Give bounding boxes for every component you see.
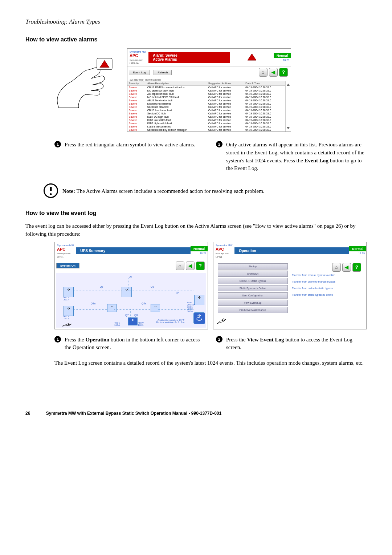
- callout-number-2: 2: [216, 336, 222, 343]
- table-row: SevereABUS Terminator faultCall APC for …: [127, 99, 285, 102]
- table-row: SevereIGBT high switch faultCall APC for…: [127, 122, 285, 125]
- table-row: SevereDischarging batteriesCall APC for …: [127, 102, 285, 105]
- active-alarms-screenshot: Symmetra MW APC www.apc.com UPS-1A Alarm…: [127, 48, 291, 132]
- switch-icon[interactable]: ⏻: [194, 295, 204, 305]
- svg-marker-2: [248, 54, 256, 60]
- home-icon[interactable]: ⌂: [332, 263, 341, 272]
- apc-logo: Symmetra MW APC www.apc.com UPS1: [213, 242, 234, 260]
- op-button[interactable]: User Configuration: [218, 292, 288, 299]
- op-button[interactable]: Predictive Maintenance: [218, 307, 288, 313]
- apc-logo: Symmetra MW APC www.apc.com UPS1: [55, 242, 76, 260]
- switch-icon[interactable]: ⏻: [64, 287, 74, 297]
- table-row: SevereLoad is disconnectedCall APC for s…: [127, 125, 285, 128]
- eventlog-intro: The event log can be accessed either by …: [25, 222, 367, 238]
- alarm-triangle-icon[interactable]: [246, 53, 257, 61]
- apc-logo: Symmetra MW APC www.apc.com UPS-1A: [127, 49, 148, 66]
- op-button[interactable]: Online -> Static Bypass: [218, 278, 288, 284]
- battery-icon: ▮: [128, 317, 138, 325]
- back-icon[interactable]: ◀: [186, 262, 195, 270]
- table-row: SevereAC capacitor bank faultCall APC fo…: [127, 92, 285, 96]
- home-icon[interactable]: ⌂: [259, 68, 268, 77]
- operation-screenshot: Symmetra MW APC www.apc.com UPS1 Operati…: [213, 242, 367, 329]
- pointer-arrow: [61, 323, 72, 327]
- callout-number-1: 1: [54, 336, 61, 343]
- refresh-button[interactable]: Refresh: [154, 70, 172, 75]
- switch-icon[interactable]: ⏻: [122, 287, 132, 297]
- table-row: SevereSection DC highCall APC for servic…: [127, 112, 285, 115]
- table-row: SevereSection is disabledCall APC for se…: [127, 105, 285, 109]
- event-log-button[interactable]: Event Log: [129, 70, 150, 75]
- op-button[interactable]: Static Bypass -> Online: [218, 285, 288, 291]
- section-heading-2: How to view the event log: [25, 210, 367, 216]
- page-footer: 26 Symmetra MW with External Bypass Stat…: [25, 411, 367, 416]
- page-header: Troubleshooting: Alarm Types: [25, 18, 367, 25]
- table-row: SevereMC Isolated SELV PSU faultCall APC…: [127, 96, 285, 99]
- alarm-title-band: Alarm: Severe Active Alarms: [148, 52, 230, 63]
- step3-text: Press the Operation button in the bottom…: [65, 336, 205, 352]
- table-row: SevereIGBT low switch faultCall APC for …: [127, 118, 285, 122]
- scroll-down-icon[interactable]: [287, 127, 290, 129]
- ups-summary-screenshot: Symmetra MW APC www.apc.com UPS1 UPS Sum…: [54, 242, 208, 329]
- ups-diagram: Q3 Q5 Q6 Q4 Q1a Q2a Q7 Q8 ⏻ ⏻ ⏻ ⏻ 〰 〰 ▮ …: [56, 273, 206, 328]
- op-label: [290, 307, 364, 309]
- op-button[interactable]: View Event Log: [218, 300, 288, 306]
- op-button[interactable]: Startup: [218, 263, 288, 270]
- back-icon[interactable]: ◀: [342, 263, 351, 272]
- system-status: System On: [56, 263, 79, 268]
- back-icon[interactable]: ◀: [269, 68, 278, 77]
- table-row: SevereSection locked by section managerC…: [127, 128, 285, 131]
- section-heading-1: How to view active alarms: [25, 36, 367, 43]
- download-count: 32 alarm(s) downloaded: [127, 78, 291, 81]
- callout-number-1: 1: [54, 141, 61, 147]
- callout-number-2: 2: [216, 141, 222, 147]
- op-label: Transfer from online to manual bypass: [290, 279, 364, 284]
- table-row: SevereCBUS terminator faultCall APC for …: [127, 109, 285, 112]
- closing-text: The Event Log screen contains a detailed…: [54, 359, 367, 367]
- help-icon[interactable]: ?: [196, 262, 205, 270]
- home-icon[interactable]: ⌂: [176, 262, 184, 270]
- help-icon[interactable]: ?: [279, 68, 288, 77]
- hand-pressing-illustration: [44, 48, 120, 110]
- step2-text: Only active alarms will appear in this l…: [226, 141, 367, 173]
- scroll-up-icon[interactable]: [287, 84, 290, 86]
- op-label: [290, 303, 364, 305]
- note-text: Note: The Active Alarms screen includes …: [62, 187, 265, 195]
- op-label: [290, 299, 364, 301]
- table-row: SevereDC capacitor bank faultCall APC fo…: [127, 89, 285, 92]
- table-row: SevereIGBT DC high faultCall APC for ser…: [127, 115, 285, 118]
- step4-text: Press the View Event Log button to acces…: [226, 336, 367, 352]
- operation-title: Operation: [234, 247, 349, 254]
- op-label: Transfer from manual bypass to online: [290, 272, 364, 278]
- note-icon: [44, 183, 58, 198]
- help-icon[interactable]: ?: [352, 263, 361, 272]
- inverter-icon: 〰: [151, 304, 160, 312]
- pointer-arrow: [216, 317, 227, 325]
- operation-button[interactable]: [193, 312, 205, 324]
- alarm-table: Severity Alarm Description Suggested Act…: [127, 81, 285, 131]
- op-button[interactable]: Shutdown: [218, 271, 288, 277]
- switch-icon[interactable]: ⏻: [64, 306, 74, 316]
- op-label: Transfer from static bypass to online: [290, 292, 364, 297]
- table-row: SevereCBUS RS485 communication lostCall …: [127, 86, 285, 89]
- ups-title: UPS Summary: [76, 247, 191, 254]
- step1-text: Press the red triangular alarm symbol to…: [65, 141, 195, 173]
- status-badge: Normal: [274, 53, 291, 58]
- inverter-icon: 〰: [107, 304, 117, 312]
- op-label: Transfer from online to static bypass: [290, 285, 364, 291]
